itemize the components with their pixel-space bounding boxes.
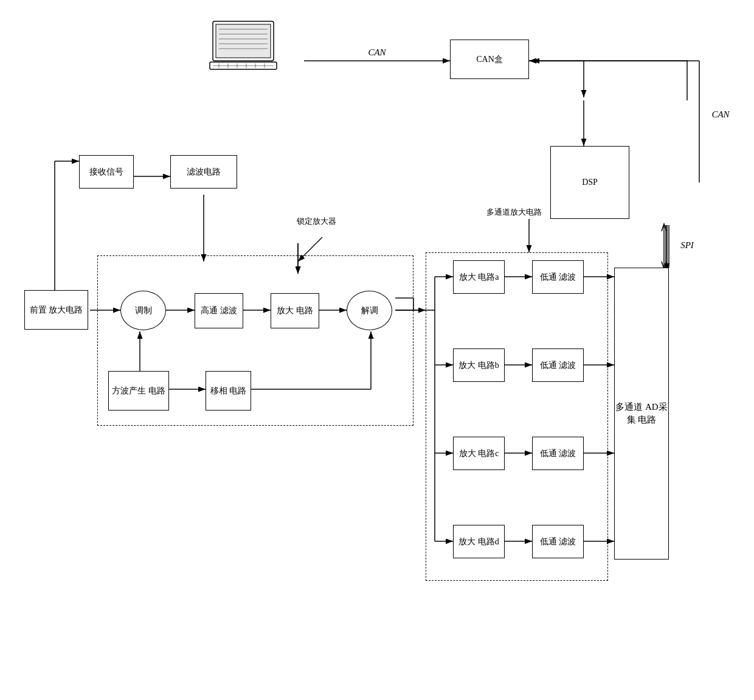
lowpass-d-box: 低通 滤波 <box>532 525 584 558</box>
dsp-box: DSP <box>550 146 629 219</box>
can-label-right: CAN <box>702 109 739 120</box>
diagram: CAN CAN SPI 锁定放大器 多通道放大电路 CAN盒 DSP 接收信号 … <box>0 0 754 700</box>
lowpass-b-box: 低通 滤波 <box>532 348 584 382</box>
amp-c-box: 放大 电路c <box>453 437 505 470</box>
lowpass-c-box: 低通 滤波 <box>532 437 584 470</box>
modulate-circle: 调制 <box>120 291 166 330</box>
demodulate-circle: 解调 <box>347 291 392 330</box>
spi-label: SPI <box>675 240 699 251</box>
lowpass-a-box: 低通 滤波 <box>532 260 584 294</box>
phase-shift-box: 移相 电路 <box>206 371 251 411</box>
square-wave-box: 方波产生 电路 <box>108 371 169 411</box>
receive-signal-box: 接收信号 <box>79 155 134 189</box>
amp-a-box: 放大 电路a <box>453 260 505 294</box>
multi-amp-label: 多通道放大电路 <box>480 207 547 218</box>
filter-circuit-box: 滤波电路 <box>170 155 237 189</box>
pre-amp-box: 前置 放大电路 <box>24 290 88 330</box>
can-box: CAN盒 <box>450 40 529 79</box>
amp-d-box: 放大 电路d <box>453 525 505 558</box>
multi-ad-box: 多通道 AD采集 电路 <box>614 268 669 560</box>
highpass-box: 高通 滤波 <box>195 293 243 328</box>
amp-b-box: 放大 电路b <box>453 348 505 382</box>
laptop-image <box>207 18 280 73</box>
amp-circuit-box: 放大 电路 <box>271 293 319 328</box>
can-label-top: CAN <box>353 47 401 58</box>
lock-amp-label: 锁定放大器 <box>292 216 341 227</box>
